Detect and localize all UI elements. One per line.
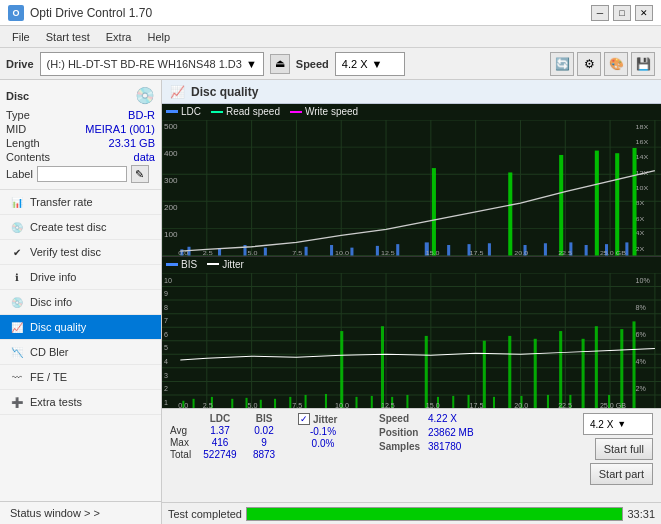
bis-col-header: BIS (242, 413, 286, 424)
jitter-checkbox[interactable]: ✓ (298, 413, 310, 425)
svg-rect-130 (508, 335, 511, 408)
nav-create-test-disc[interactable]: 💿 Create test disc (0, 215, 161, 240)
create-disc-icon: 💿 (10, 220, 24, 234)
refresh-button[interactable]: 🔄 (550, 52, 574, 76)
save-button[interactable]: 💾 (631, 52, 655, 76)
read-speed-legend: Read speed (211, 106, 280, 117)
disc-quality-header-icon: 📈 (170, 85, 185, 99)
svg-text:10X: 10X (636, 184, 649, 190)
svg-rect-44 (432, 168, 436, 255)
svg-text:0.0: 0.0 (178, 402, 188, 408)
svg-rect-45 (447, 245, 450, 255)
svg-text:12.5: 12.5 (381, 402, 395, 408)
svg-text:200: 200 (164, 204, 178, 212)
content-header: 📈 Disc quality (162, 80, 661, 104)
svg-text:5.0: 5.0 (248, 402, 258, 408)
jitter-header: ✓ Jitter (298, 413, 363, 425)
menu-extra[interactable]: Extra (98, 29, 140, 45)
svg-text:12.5: 12.5 (381, 250, 395, 256)
paint-button[interactable]: 🎨 (604, 52, 628, 76)
type-value: BD-R (128, 109, 155, 121)
nav-extra-tests[interactable]: ➕ Extra tests (0, 390, 161, 415)
read-speed-legend-color (211, 111, 223, 113)
avg-ldc: 1.37 (198, 425, 242, 436)
fe-te-icon: 〰 (10, 370, 24, 384)
drive-selector[interactable]: (H:) HL-DT-ST BD-RE WH16NS48 1.D3 ▼ (40, 52, 264, 76)
nav-fe-te[interactable]: 〰 FE / TE (0, 365, 161, 390)
app-icon: O (8, 5, 24, 21)
window-controls[interactable]: ─ □ ✕ (591, 5, 653, 21)
disc-type-row: Type BD-R (6, 109, 155, 121)
speed-selector-bottom[interactable]: 4.2 X ▼ (583, 413, 653, 435)
svg-rect-51 (559, 155, 563, 256)
svg-rect-134 (559, 331, 562, 408)
nav-disc-info[interactable]: 💿 Disc info (0, 290, 161, 315)
menu-file[interactable]: File (4, 29, 38, 45)
nav-verify-disc-label: Verify test disc (30, 246, 101, 258)
svg-rect-137 (595, 326, 598, 408)
svg-text:2X: 2X (636, 246, 645, 252)
start-full-button[interactable]: Start full (595, 438, 653, 460)
label-edit-button[interactable]: ✎ (131, 165, 149, 183)
speed-value: 4.2 X (342, 58, 368, 70)
max-jitter-row: 0.0% (298, 438, 363, 449)
bottom-chart-legend: BIS Jitter (162, 257, 661, 272)
status-bar: Test completed 33:31 (162, 502, 661, 524)
minimize-button[interactable]: ─ (591, 5, 609, 21)
write-speed-legend-color (290, 111, 302, 113)
status-text: Test completed (168, 508, 242, 520)
speed-chevron-icon: ▼ (617, 419, 626, 429)
max-bis: 9 (242, 437, 286, 448)
eject-button[interactable]: ⏏ (270, 54, 290, 74)
speed-selector[interactable]: 4.2 X ▼ (335, 52, 405, 76)
status-window-label: Status window > > (10, 507, 100, 519)
nav-transfer-rate[interactable]: 📊 Transfer rate (0, 190, 161, 215)
svg-text:6%: 6% (636, 331, 646, 338)
cd-bler-icon: 📉 (10, 345, 24, 359)
nav-drive-info-label: Drive info (30, 271, 76, 283)
svg-rect-111 (231, 398, 233, 408)
svg-rect-120 (371, 395, 373, 408)
nav-fe-te-label: FE / TE (30, 371, 67, 383)
nav-disc-quality[interactable]: 📈 Disc quality (0, 315, 161, 340)
svg-text:500: 500 (164, 122, 178, 130)
svg-text:4: 4 (164, 358, 168, 365)
nav-create-disc-label: Create test disc (30, 221, 106, 233)
nav-disc-quality-label: Disc quality (30, 321, 86, 333)
svg-text:7.5: 7.5 (292, 402, 302, 408)
close-button[interactable]: ✕ (635, 5, 653, 21)
nav-drive-info[interactable]: ℹ Drive info (0, 265, 161, 290)
nav-status-window[interactable]: Status window > > (0, 501, 161, 524)
nav-verify-test-disc[interactable]: ✔ Verify test disc (0, 240, 161, 265)
jitter-legend-color (207, 263, 219, 265)
menu-help[interactable]: Help (139, 29, 178, 45)
svg-text:1: 1 (164, 398, 168, 405)
verify-disc-icon: ✔ (10, 245, 24, 259)
nav-cd-bler[interactable]: 📉 CD Bler (0, 340, 161, 365)
speed-label: Speed (296, 58, 329, 70)
svg-text:2.5: 2.5 (203, 250, 213, 256)
svg-text:16X: 16X (636, 139, 649, 145)
start-part-button[interactable]: Start part (590, 463, 653, 485)
svg-rect-124 (425, 335, 428, 408)
disc-header: Disc 💿 (6, 86, 155, 105)
svg-text:100: 100 (164, 231, 178, 239)
jitter-legend: Jitter (207, 259, 244, 270)
svg-text:8X: 8X (636, 199, 645, 205)
settings-button[interactable]: ⚙ (577, 52, 601, 76)
sidebar: Disc 💿 Type BD-R MID MEIRA1 (001) Length… (0, 80, 162, 524)
label-input[interactable] (37, 166, 127, 182)
nav-transfer-rate-label: Transfer rate (30, 196, 93, 208)
svg-rect-121 (381, 326, 384, 408)
disc-label-row: Label ✎ (6, 165, 155, 183)
read-speed-legend-label: Read speed (226, 106, 280, 117)
svg-rect-50 (544, 243, 547, 255)
svg-text:3: 3 (164, 371, 168, 378)
maximize-button[interactable]: □ (613, 5, 631, 21)
menu-start-test[interactable]: Start test (38, 29, 98, 45)
svg-text:14X: 14X (636, 154, 649, 160)
svg-text:300: 300 (164, 176, 178, 184)
svg-rect-133 (547, 394, 549, 408)
stats-headers: LDC BIS (170, 413, 286, 424)
contents-value: data (134, 151, 155, 163)
